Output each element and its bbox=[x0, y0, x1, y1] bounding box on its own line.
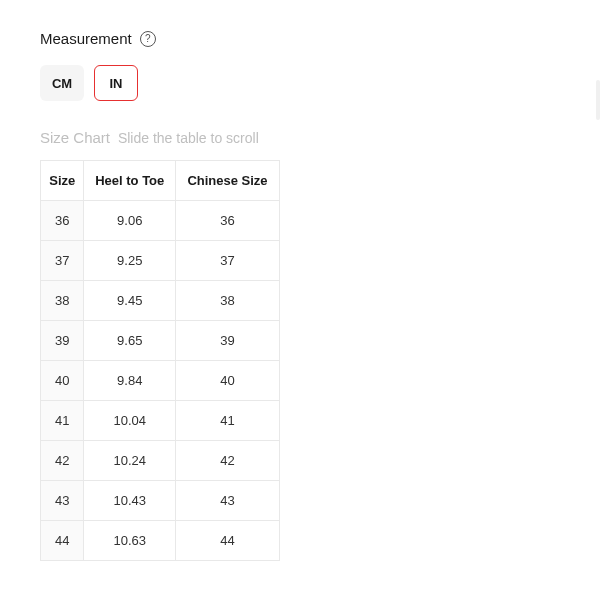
scroll-handle[interactable] bbox=[596, 80, 600, 120]
cell-heel-to-toe: 9.25 bbox=[84, 241, 176, 281]
table-row: 4310.4343 bbox=[41, 481, 280, 521]
table-row: 399.6539 bbox=[41, 321, 280, 361]
size-chart-title: Size Chart bbox=[40, 129, 110, 146]
cell-heel-to-toe: 9.65 bbox=[84, 321, 176, 361]
col-chinese-size: Chinese Size bbox=[176, 161, 280, 201]
table-row: 4110.0441 bbox=[41, 401, 280, 441]
unit-in-button[interactable]: IN bbox=[94, 65, 138, 101]
cell-chinese-size: 41 bbox=[176, 401, 280, 441]
cell-size: 38 bbox=[41, 281, 84, 321]
cell-size: 36 bbox=[41, 201, 84, 241]
table-header-row: Size Heel to Toe Chinese Size bbox=[41, 161, 280, 201]
col-heel-to-toe: Heel to Toe bbox=[84, 161, 176, 201]
help-icon[interactable]: ? bbox=[140, 31, 156, 47]
table-row: 379.2537 bbox=[41, 241, 280, 281]
measurement-label: Measurement bbox=[40, 30, 132, 47]
table-row: 409.8440 bbox=[41, 361, 280, 401]
cell-size: 43 bbox=[41, 481, 84, 521]
cell-heel-to-toe: 10.63 bbox=[84, 521, 176, 561]
table-row: 4210.2442 bbox=[41, 441, 280, 481]
cell-heel-to-toe: 9.45 bbox=[84, 281, 176, 321]
cell-heel-to-toe: 10.04 bbox=[84, 401, 176, 441]
cell-chinese-size: 44 bbox=[176, 521, 280, 561]
cell-heel-to-toe: 10.24 bbox=[84, 441, 176, 481]
cell-chinese-size: 39 bbox=[176, 321, 280, 361]
measurement-header: Measurement ? bbox=[40, 30, 560, 47]
cell-size: 39 bbox=[41, 321, 84, 361]
cell-heel-to-toe: 9.84 bbox=[84, 361, 176, 401]
cell-chinese-size: 37 bbox=[176, 241, 280, 281]
cell-heel-to-toe: 9.06 bbox=[84, 201, 176, 241]
table-row: 369.0636 bbox=[41, 201, 280, 241]
cell-size: 40 bbox=[41, 361, 84, 401]
cell-chinese-size: 43 bbox=[176, 481, 280, 521]
cell-chinese-size: 42 bbox=[176, 441, 280, 481]
size-table[interactable]: Size Heel to Toe Chinese Size 369.063637… bbox=[40, 160, 280, 561]
table-row: 4410.6344 bbox=[41, 521, 280, 561]
cell-heel-to-toe: 10.43 bbox=[84, 481, 176, 521]
cell-chinese-size: 38 bbox=[176, 281, 280, 321]
size-chart-header: Size Chart Slide the table to scroll bbox=[40, 129, 560, 146]
col-size: Size bbox=[41, 161, 84, 201]
cell-size: 41 bbox=[41, 401, 84, 441]
cell-size: 42 bbox=[41, 441, 84, 481]
size-chart-hint: Slide the table to scroll bbox=[118, 130, 259, 146]
unit-cm-button[interactable]: CM bbox=[40, 65, 84, 101]
table-row: 389.4538 bbox=[41, 281, 280, 321]
cell-chinese-size: 36 bbox=[176, 201, 280, 241]
cell-chinese-size: 40 bbox=[176, 361, 280, 401]
cell-size: 44 bbox=[41, 521, 84, 561]
cell-size: 37 bbox=[41, 241, 84, 281]
unit-toggle: CM IN bbox=[40, 65, 560, 101]
